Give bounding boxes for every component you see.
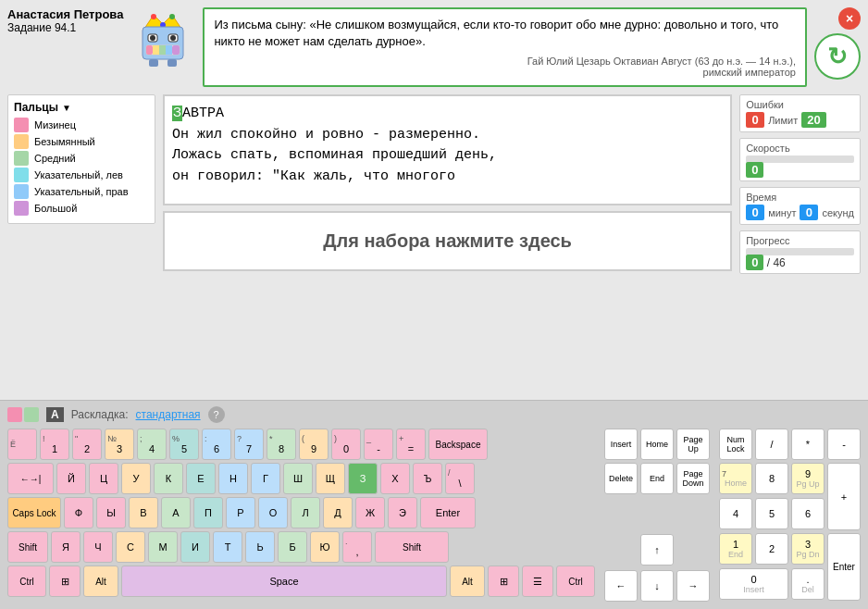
key-2[interactable]: "2 — [72, 429, 102, 460]
key-tab[interactable]: ←→| — [7, 463, 54, 494]
key-zh[interactable]: Ж — [355, 497, 385, 528]
key-num-8[interactable]: 8 — [755, 463, 788, 494]
key-num-1[interactable]: 1End — [719, 533, 752, 565]
key-enter[interactable]: Enter — [420, 497, 476, 528]
key-y2[interactable]: Ы — [96, 497, 126, 528]
key-end[interactable]: End — [640, 463, 674, 494]
key-0[interactable]: )0 — [331, 429, 361, 460]
key-1[interactable]: !1 — [40, 429, 69, 460]
key-page-down[interactable]: Page Down — [676, 463, 710, 494]
key-8[interactable]: *8 — [267, 429, 296, 460]
key-p[interactable]: П — [193, 497, 223, 528]
key-comma[interactable]: ., — [342, 531, 372, 563]
key-h[interactable]: Х — [380, 463, 410, 494]
key-num-plus[interactable]: + — [827, 463, 861, 530]
progress-stat-box: Прогресс 0 / 46 — [739, 230, 861, 274]
key-num-dot[interactable]: .Del — [791, 568, 825, 600]
key-u[interactable]: У — [121, 463, 151, 494]
key-shift-left[interactable]: Shift — [7, 531, 48, 563]
dropdown-arrow-icon[interactable]: ▼ — [62, 103, 71, 113]
key-hard[interactable]: Ъ — [413, 463, 442, 494]
key-y[interactable]: Й — [56, 463, 86, 494]
key-num-6[interactable]: 6 — [791, 498, 825, 529]
key-k[interactable]: К — [154, 463, 183, 494]
key-o[interactable]: О — [258, 497, 288, 528]
key-4[interactable]: ;4 — [137, 429, 167, 460]
key-d[interactable]: Д — [323, 497, 353, 528]
input-prompt: Для набора нажмите здесь — [323, 230, 572, 252]
key-numlock[interactable]: Num Lock — [719, 429, 752, 460]
key-g[interactable]: Г — [251, 463, 280, 494]
key-backspace[interactable]: Backspace — [428, 429, 488, 460]
key-e2[interactable]: Э — [388, 497, 417, 528]
key-soft[interactable]: Ь — [245, 531, 275, 563]
key-insert[interactable]: Insert — [604, 429, 638, 460]
refresh-button[interactable]: ↻ — [814, 33, 861, 80]
key-num-minus[interactable]: - — [827, 429, 861, 460]
key-9[interactable]: (9 — [299, 429, 329, 460]
key-shift-right[interactable]: Shift — [375, 531, 449, 563]
key-e[interactable]: Е — [186, 463, 216, 494]
key-home[interactable]: Home — [640, 429, 674, 460]
key-menu[interactable]: ☰ — [522, 566, 553, 597]
key-ctrl-right[interactable]: Ctrl — [556, 566, 595, 597]
key-3[interactable]: №3 — [105, 429, 134, 460]
key-ctrl-left[interactable]: Ctrl — [7, 566, 46, 597]
key-page-up[interactable]: Page Up — [676, 429, 710, 460]
typing-line2: Он жил спокойно и ровно - размеренно. — [172, 125, 723, 146]
key-win-right[interactable]: ⊞ — [488, 566, 519, 597]
key-num-enter[interactable]: Enter — [827, 533, 861, 601]
key-num-2[interactable]: 2 — [755, 533, 788, 565]
speed-value: 0 — [746, 162, 763, 178]
key-t[interactable]: Т — [213, 531, 242, 563]
key-alt-right[interactable]: Alt — [450, 566, 485, 597]
key-num-9[interactable]: 9Pg Up — [791, 463, 825, 494]
key-ya[interactable]: Я — [51, 531, 81, 563]
key-num-7[interactable]: 7Home — [719, 463, 752, 494]
key-num-slash[interactable]: / — [755, 429, 788, 460]
key-6[interactable]: :6 — [202, 429, 231, 460]
key-arrow-right[interactable]: → — [676, 570, 710, 602]
key-equals[interactable]: += — [396, 429, 426, 460]
layout-value[interactable]: стандартная — [136, 408, 201, 421]
key-space[interactable]: Space — [121, 566, 447, 597]
key-num-5[interactable]: 5 — [755, 498, 788, 529]
numpad: Num Lock / * - 7Home 8 9Pg Up + 4 5 6 1E… — [719, 429, 861, 603]
key-yu[interactable]: Ю — [310, 531, 340, 563]
help-button[interactable]: ? — [208, 406, 225, 423]
key-arrow-up[interactable]: ↑ — [640, 534, 674, 566]
input-area[interactable]: Для набора нажмите здесь — [163, 211, 732, 271]
key-shh[interactable]: Щ — [316, 463, 345, 494]
key-n[interactable]: Н — [218, 463, 248, 494]
key-num-3[interactable]: 3Pg Dn — [791, 533, 825, 565]
key-v[interactable]: В — [129, 497, 158, 528]
key-s[interactable]: С — [116, 531, 145, 563]
key-alt-left[interactable]: Alt — [83, 566, 118, 597]
key-ts[interactable]: Ц — [89, 463, 118, 494]
key-r[interactable]: Р — [226, 497, 255, 528]
key-arrow-down[interactable]: ↓ — [640, 570, 674, 602]
key-backslash[interactable]: /\ — [445, 463, 475, 494]
key-caps-lock[interactable]: Caps Lock — [7, 497, 61, 528]
key-minus[interactable]: _- — [364, 429, 393, 460]
key-z[interactable]: З — [348, 463, 378, 494]
key-f[interactable]: Ф — [64, 497, 93, 528]
key-5[interactable]: %5 — [169, 429, 199, 460]
key-a[interactable]: А — [161, 497, 191, 528]
key-m[interactable]: М — [148, 531, 178, 563]
key-win-left[interactable]: ⊞ — [49, 566, 81, 597]
key-7[interactable]: ?7 — [234, 429, 264, 460]
key-l[interactable]: Л — [291, 497, 320, 528]
errors-stat-box: Ошибки 0 Лимит 20 — [739, 94, 861, 132]
key-num-4[interactable]: 4 — [719, 498, 752, 529]
key-i[interactable]: И — [180, 531, 210, 563]
key-arrow-left[interactable]: ← — [604, 570, 638, 602]
key-ch[interactable]: Ч — [83, 531, 113, 563]
key-sh[interactable]: Ш — [283, 463, 313, 494]
key-num-0[interactable]: 0Insert — [719, 568, 788, 600]
close-button[interactable]: × — [838, 7, 861, 30]
key-b[interactable]: Б — [278, 531, 307, 563]
key-delete[interactable]: Delete — [604, 463, 638, 494]
key-num-asterisk[interactable]: * — [791, 429, 825, 460]
key-backtick[interactable]: Ё — [7, 429, 37, 460]
